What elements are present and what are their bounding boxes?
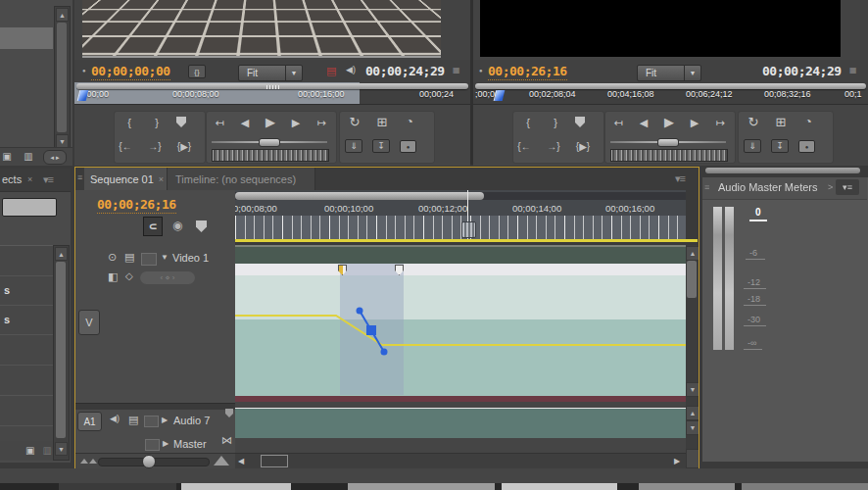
output-button[interactable]: ◔ (796, 114, 820, 129)
source-preview[interactable] (82, 0, 441, 57)
step-forward-button[interactable]: ▶ (284, 115, 308, 130)
tab-timeline-no-sequences[interactable]: Timeline: (no sequences) (175, 173, 296, 185)
zoom-out-button[interactable] (80, 459, 97, 464)
video-scroll-thumb[interactable] (687, 261, 697, 298)
show-keyframes-icon[interactable]: ◇ (125, 271, 133, 281)
video-scroll-down-icon[interactable]: ▼ (686, 382, 699, 397)
timeline-ruler[interactable]: 0;00;08;00 00;00;10;00 00;00;12;00 00;00… (235, 190, 686, 239)
scrollbar-thumb[interactable] (56, 262, 66, 438)
program-current-timecode[interactable]: 00;00;26;16 (488, 64, 567, 80)
track-lock-toggle[interactable] (144, 416, 159, 427)
safe-margins-button[interactable]: ⊞ (370, 114, 394, 129)
goto-out-button[interactable]: →} (143, 138, 167, 154)
audio-clip[interactable] (235, 409, 686, 438)
audio-target-badge[interactable]: A1 (77, 412, 102, 431)
video-scroll-up-icon[interactable]: ▲ (686, 246, 699, 261)
snap-toggle[interactable]: ∪ (143, 217, 163, 236)
shuttle-slider[interactable] (610, 137, 726, 146)
extract-button[interactable]: ↧ (771, 139, 789, 153)
track-sync-lock-icon[interactable]: ▤ (128, 415, 138, 425)
insert-button[interactable]: ⇓ (345, 139, 362, 153)
timeline-timecode[interactable]: 00;00;26;16 (97, 197, 176, 214)
master-track-label[interactable]: Master (173, 438, 207, 450)
settings-grid-icon[interactable]: ▦ (453, 67, 460, 74)
expand-track-icon[interactable]: ▶ (162, 416, 168, 424)
panel-grip-icon[interactable]: ≡ (704, 182, 708, 192)
lift-button[interactable]: ⇓ (744, 139, 761, 153)
set-out-button[interactable]: } (145, 115, 169, 130)
effects-search-input[interactable] (2, 198, 57, 217)
audio-scroll-up-icon[interactable]: ▲ (686, 406, 699, 420)
video-track-label[interactable]: Video 1 (172, 252, 209, 264)
scroll-down-icon[interactable]: ▼ (56, 134, 69, 148)
hscroll-thumb[interactable] (261, 455, 288, 467)
new-item-icon[interactable]: ▣ (0, 152, 14, 162)
keyframe-point[interactable] (366, 325, 376, 335)
bezier-handle-out[interactable] (381, 349, 388, 356)
shuttle-slider[interactable] (212, 137, 327, 146)
loop-button[interactable]: ↻ (742, 114, 765, 129)
goto-in-button[interactable]: {← (114, 138, 137, 154)
overwrite-button[interactable]: ↧ (372, 139, 390, 153)
source-zoom-select[interactable]: Fit ▼ (238, 65, 303, 81)
project-scrollbar[interactable]: ▲ ▼ (54, 6, 71, 151)
effects-tab[interactable]: ects (2, 173, 22, 185)
scrollbar-thumb[interactable] (57, 23, 67, 132)
set-out-button[interactable]: } (544, 115, 567, 130)
goto-in-point-icon[interactable]: ↤ (208, 115, 231, 130)
output-button[interactable]: ◔ (398, 114, 421, 129)
tab-sequence-01[interactable]: Sequence 01 (90, 173, 154, 185)
toggle-track-output-eye-icon[interactable]: ⊙ (108, 252, 117, 263)
project-selected-row[interactable] (0, 27, 53, 49)
playhead-marker[interactable] (461, 221, 476, 238)
safe-margins-button[interactable]: ⊞ (769, 114, 793, 129)
play-button[interactable]: ▶ (259, 114, 282, 129)
set-display-style-icon[interactable]: ◧ (108, 271, 118, 282)
goto-out-point-icon[interactable]: ↦ (310, 115, 333, 130)
zoom-in-button[interactable] (214, 456, 229, 466)
audio-track-label[interactable]: Audio 7 (173, 415, 210, 426)
program-playhead-icon[interactable] (494, 90, 506, 101)
play-button[interactable]: ▶ (657, 114, 681, 129)
list-item[interactable]: s (0, 276, 53, 306)
trash-icon[interactable]: ▥ (20, 152, 37, 162)
set-in-button[interactable]: { (118, 115, 141, 130)
export-frame-camera-icon[interactable]: ● (400, 140, 416, 153)
source-playhead-icon[interactable] (77, 90, 89, 101)
goto-in-point-icon[interactable]: ↤ (606, 115, 630, 130)
opacity-rubber-band[interactable] (235, 316, 686, 345)
new-custom-bin-icon[interactable]: ▣ (25, 446, 34, 456)
panel-splitter-handle[interactable] (705, 168, 860, 173)
track-lock-toggle[interactable] (141, 253, 157, 266)
hscroll-right-icon[interactable]: ▶ (674, 458, 680, 466)
shuttle-knob[interactable] (259, 138, 280, 147)
program-preview[interactable] (480, 0, 841, 57)
goto-out-point-icon[interactable]: ↦ (708, 115, 732, 130)
speaker-icon[interactable]: ◀) (110, 415, 120, 423)
export-frame-camera-icon[interactable]: ● (798, 140, 815, 153)
loop-button[interactable]: ↻ (343, 114, 366, 129)
goto-out-button[interactable]: →} (542, 138, 565, 154)
encore-chapter-marker-button[interactable]: ◉ (172, 220, 182, 231)
source-current-timecode[interactable]: 00;00;00;00 (91, 64, 170, 80)
nav-arrows-button[interactable]: ◂ ▸ (43, 150, 67, 165)
bezier-handle-in[interactable] (357, 308, 363, 315)
source-mini-ruler[interactable]: ;00;00 00;00;08;00 00;00;16;00 00;00;24 (74, 82, 470, 104)
audio-scroll-down-icon[interactable]: ▼ (686, 420, 699, 435)
work-area-bar[interactable] (235, 239, 698, 242)
step-back-button[interactable]: ◀ (233, 115, 257, 130)
set-in-button[interactable]: { (516, 115, 540, 130)
keyframe-nav-pill[interactable]: ‹ ⋄ › (140, 271, 195, 284)
program-zoom-select[interactable]: Fit ▼ (637, 65, 701, 81)
list-item[interactable] (0, 246, 53, 276)
timeline-track-content[interactable] (235, 245, 686, 453)
panel-grip-icon[interactable]: ≡ (77, 172, 81, 182)
shuttle-knob[interactable] (657, 138, 679, 147)
panel-menu-icon[interactable]: ▾≡ (43, 173, 53, 186)
play-in-out-button[interactable]: {▶} (172, 138, 196, 154)
hscroll-left-icon[interactable]: ◀ (238, 458, 244, 466)
play-in-out-button[interactable]: {▶} (571, 138, 595, 154)
effects-scrollbar[interactable]: ▲ ▼ (53, 245, 70, 461)
jog-wheel[interactable] (212, 149, 329, 162)
scroll-up-icon[interactable]: ▲ (55, 247, 68, 261)
